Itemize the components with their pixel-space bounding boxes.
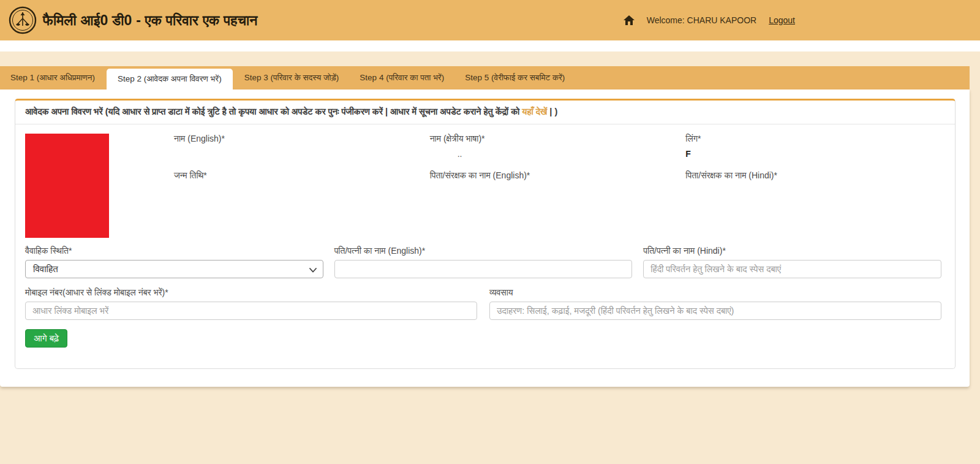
- aadhaar-data-section: नाम (English)* नाम (क्षेत्रीय भाषा)* .. …: [25, 134, 941, 238]
- tab-step-4[interactable]: Step 4 (परिवार का पता भरें): [349, 66, 454, 89]
- chevron-down-icon: [309, 264, 317, 275]
- app-title: फैमिली आई0 डी0 - एक परिवार एक पहचान: [43, 12, 258, 29]
- content-panel: आवेदक अपना विवरण भरें (यदि आधार से प्राप…: [0, 89, 970, 387]
- applicant-photo: [25, 134, 109, 238]
- tab-step-3[interactable]: Step 3 (परिवार के सदस्य जोड़ें): [234, 66, 350, 89]
- spouse-name-english-group: पति/पत्नी का नाम (English)*: [334, 246, 633, 278]
- mobile-number-input[interactable]: [25, 302, 477, 320]
- marital-status-selected-value: विवाहित: [33, 264, 58, 275]
- mobile-number-group: मोबाइल नंबर(आधार से लिंक्ड मोबाइल नंबर भ…: [25, 287, 477, 320]
- tab-step-2[interactable]: Step 2 (आवेदक अपना विवरण भरें): [107, 69, 233, 89]
- logout-link[interactable]: Logout: [769, 15, 795, 25]
- field-value: ..: [430, 149, 686, 160]
- field-father-name-hindi: पिता/संरक्षक का नाम (Hindi)*: [685, 170, 941, 198]
- occupation-label: व्यवसाय: [489, 287, 941, 298]
- occupation-group: व्यवसाय: [489, 287, 941, 320]
- header-divider-strip: [0, 40, 980, 51]
- field-label: जन्म तिथि*: [174, 170, 430, 181]
- field-name-english: नाम (English)*: [174, 134, 430, 161]
- mobile-occupation-row: मोबाइल नंबर(आधार से लिंक्ड मोबाइल नंबर भ…: [25, 287, 941, 320]
- header-brand: फैमिली आई0 डी0 - एक परिवार एक पहचान: [9, 6, 258, 34]
- card-heading-suffix: | ): [547, 107, 557, 116]
- field-label: पिता/संरक्षक का नाम (English)*: [430, 170, 686, 181]
- card-heading: आवेदक अपना विवरण भरें (यदि आधार से प्राप…: [15, 101, 955, 124]
- tab-step-1[interactable]: Step 1 (आधार अधिप्रमाणन): [0, 66, 105, 89]
- field-label: नाम (English)*: [174, 134, 430, 144]
- field-value: [430, 186, 686, 197]
- up-government-emblem-logo: [9, 6, 37, 34]
- field-name-regional: नाम (क्षेत्रीय भाषा)* ..: [430, 134, 686, 161]
- aadhaar-fields-grid: नाम (English)* नाम (क्षेत्रीय भाषा)* .. …: [174, 134, 941, 238]
- see-here-link[interactable]: यहाँ देखें: [522, 107, 547, 116]
- marital-row: वैवाहिक स्थिति* विवाहित पति/पत्नी का नाम…: [25, 246, 941, 278]
- app-header: फैमिली आई0 डी0 - एक परिवार एक पहचान Welc…: [0, 0, 980, 40]
- mobile-number-label: मोबाइल नंबर(आधार से लिंक्ड मोबाइल नंबर भ…: [25, 287, 477, 298]
- field-label: पिता/संरक्षक का नाम (Hindi)*: [685, 170, 941, 181]
- spouse-name-hindi-input[interactable]: [643, 260, 941, 278]
- field-label: नाम (क्षेत्रीय भाषा)*: [430, 134, 686, 144]
- field-value: [685, 186, 941, 197]
- welcome-text: Welcome: CHARU KAPOOR: [647, 15, 756, 25]
- card-heading-text: आवेदक अपना विवरण भरें (यदि आधार से प्राप…: [25, 107, 522, 116]
- field-value: [174, 149, 430, 160]
- field-value: [174, 186, 430, 197]
- next-button[interactable]: आगे बढ़े: [25, 329, 67, 348]
- home-icon[interactable]: [624, 15, 635, 25]
- field-label: लिंग*: [685, 134, 941, 144]
- spouse-name-english-input[interactable]: [334, 260, 633, 278]
- card-body: नाम (English)* नाम (क्षेत्रीय भाषा)* .. …: [15, 124, 955, 348]
- applicant-details-card: आवेदक अपना विवरण भरें (यदि आधार से प्राप…: [15, 99, 956, 369]
- field-gender: लिंग* F: [685, 134, 941, 161]
- field-value: F: [685, 149, 941, 160]
- marital-status-group: वैवाहिक स्थिति* विवाहित: [25, 246, 323, 278]
- field-father-name-english: पिता/संरक्षक का नाम (English)*: [430, 170, 686, 198]
- header-user-area: Welcome: CHARU KAPOOR Logout: [624, 15, 795, 25]
- marital-status-select[interactable]: विवाहित: [25, 260, 323, 278]
- spouse-name-hindi-label: पति/पत्नी का नाम (Hindi)*: [643, 246, 941, 256]
- marital-status-label: वैवाहिक स्थिति*: [25, 246, 323, 256]
- field-date-of-birth: जन्म तिथि*: [174, 170, 430, 198]
- occupation-input[interactable]: [489, 302, 941, 320]
- content-wrap: Step 1 (आधार अधिप्रमाणन) Step 2 (आवेदक अ…: [0, 66, 970, 387]
- tab-step-5[interactable]: Step 5 (वेरीफाई कर सबमिट करें): [454, 66, 575, 89]
- spouse-name-english-label: पति/पत्नी का नाम (English)*: [334, 246, 633, 256]
- steps-tabbar: Step 1 (आधार अधिप्रमाणन) Step 2 (आवेदक अ…: [0, 66, 970, 89]
- spouse-name-hindi-group: पति/पत्नी का नाम (Hindi)*: [643, 246, 941, 278]
